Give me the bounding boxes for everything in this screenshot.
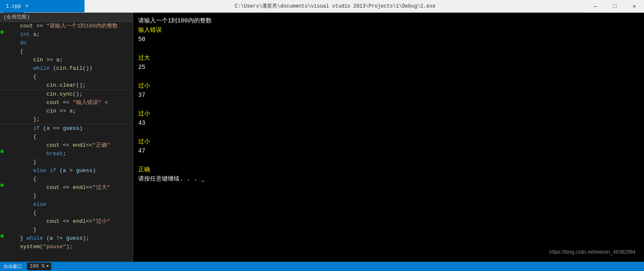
line-content: }	[4, 226, 133, 234]
minimize-button[interactable]: —	[586, 0, 605, 13]
tab-label[interactable]: 1.cpp	[3, 0, 24, 13]
code-line: if (a == guess)	[0, 124, 133, 133]
line-content: cout << "请输入一个1到100内的整数	[4, 22, 133, 30]
console-line	[138, 72, 639, 81]
editor-panel: (全局范围) cout << "请输入一个1到100内的整数 int a;	[0, 13, 133, 262]
line-content: cin.sync();	[4, 90, 133, 99]
zoom-value: 100 %	[30, 263, 45, 269]
line-content: cin >> a;	[4, 56, 133, 64]
code-line: cin >> a;	[0, 56, 133, 64]
line-content: cout << endl<<"过小"	[4, 217, 133, 226]
bp-indicator	[0, 150, 4, 153]
console-line	[138, 44, 639, 53]
console-line: 请输入一个1到100内的整数	[138, 16, 639, 25]
code-area[interactable]: cout << "请输入一个1到100内的整数 int a; do {	[0, 22, 133, 262]
line-content: while (cin.fail())	[4, 64, 133, 73]
bp-indicator	[0, 234, 4, 238]
line-content: } while (a != guess);	[4, 234, 133, 243]
code-line: {	[0, 175, 133, 183]
code-line: cin >> a;	[0, 107, 133, 115]
main-area: (全局范围) cout << "请输入一个1到100内的整数 int a;	[0, 13, 644, 262]
zoom-dropdown-icon[interactable]: ▼	[46, 264, 49, 268]
console-line: 过小	[138, 137, 639, 146]
restore-button[interactable]: □	[605, 0, 625, 13]
scope-bar: (全局范围)	[0, 13, 133, 22]
code-line: system("pause");	[0, 243, 133, 251]
zoom-control[interactable]: 100 % ▼	[27, 263, 51, 270]
code-line: while (cin.fail())	[0, 64, 133, 73]
line-content: else if (a > guess)	[4, 167, 133, 175]
code-line: {	[0, 47, 133, 56]
title-bar: 1.cpp × C:\Users\潘星亮\documents\visual st…	[0, 0, 644, 13]
line-content: }	[4, 192, 133, 200]
line-content: cout << endl<<"正确"	[4, 141, 133, 150]
code-line: {	[0, 209, 133, 217]
watermark: https://blog.csdn.net/weixin_46382984	[549, 247, 636, 257]
code-line: else if (a > guess)	[0, 167, 133, 175]
console-line: 请按任意键继续. . . _	[138, 174, 639, 183]
code-line: cout << endl<<"正确"	[0, 141, 133, 150]
code-line: else	[0, 200, 133, 209]
console-line: 输入错误	[138, 25, 639, 35]
code-line: do	[0, 39, 133, 47]
console-line	[138, 128, 639, 137]
line-content: cin.clear();	[4, 81, 133, 90]
line-content: int a;	[4, 30, 133, 39]
window-controls: — □ ✕	[586, 0, 644, 12]
window-title: C:\Users\潘星亮\documents\visual studio 201…	[85, 0, 586, 12]
console-line: 25	[138, 63, 639, 72]
line-content: {	[4, 73, 133, 81]
line-content: }	[4, 158, 133, 167]
line-content: else	[4, 200, 133, 209]
line-content: cin >> a;	[4, 107, 133, 115]
console-line	[138, 156, 639, 165]
code-line: {	[0, 133, 133, 141]
code-line: cout << endl<<"过大"	[0, 183, 133, 192]
console-line: 37	[138, 90, 639, 100]
code-line: cin.sync();	[0, 90, 133, 99]
line-content: do	[4, 39, 133, 47]
console-line: 正确	[138, 165, 639, 174]
tab-close-icon[interactable]: ×	[25, 3, 28, 9]
bottom-bar: 自动窗口 100 % ▼	[0, 262, 644, 271]
line-content: };	[4, 115, 133, 124]
console-line: 43	[138, 118, 639, 128]
code-line: cout << endl<<"过小"	[0, 217, 133, 226]
scope-label: (全局范围)	[3, 14, 30, 21]
code-line: } while (a != guess);	[0, 234, 133, 243]
mode-label: 自动窗口	[3, 263, 22, 270]
code-line: {	[0, 73, 133, 81]
console-line: 过大	[138, 53, 639, 63]
bp-indicator	[0, 30, 4, 34]
code-line: }	[0, 158, 133, 167]
line-content: {	[4, 47, 133, 56]
code-line: int a;	[0, 30, 133, 39]
code-line: cout << "输入错误" <	[0, 99, 133, 107]
code-line: cin.clear();	[0, 81, 133, 90]
console-panel: 请输入一个1到100内的整数 输入错误 50 过大 25 过小 37 过小 43…	[133, 13, 644, 262]
line-content: system("pause");	[4, 243, 133, 251]
code-line: }	[0, 192, 133, 200]
code-line: break;	[0, 150, 133, 158]
console-line: 47	[138, 146, 639, 156]
bp-indicator	[0, 183, 4, 187]
code-line: cout << "请输入一个1到100内的整数	[0, 22, 133, 30]
line-content: cout << "输入错误" <	[4, 99, 133, 107]
editor-tab-section: 1.cpp ×	[0, 0, 85, 12]
console-line: 过小	[138, 109, 639, 118]
console-line: 50	[138, 35, 639, 44]
code-line: }	[0, 226, 133, 234]
line-content: {	[4, 175, 133, 183]
console-line	[138, 100, 639, 109]
line-content: {	[4, 133, 133, 141]
line-content: if (a == guess)	[4, 124, 133, 133]
line-content: cout << endl<<"过大"	[4, 183, 133, 192]
console-line: 过小	[138, 81, 639, 90]
line-content: break;	[4, 150, 133, 158]
line-content: {	[4, 209, 133, 217]
close-button[interactable]: ✕	[625, 0, 644, 13]
code-line: };	[0, 115, 133, 124]
